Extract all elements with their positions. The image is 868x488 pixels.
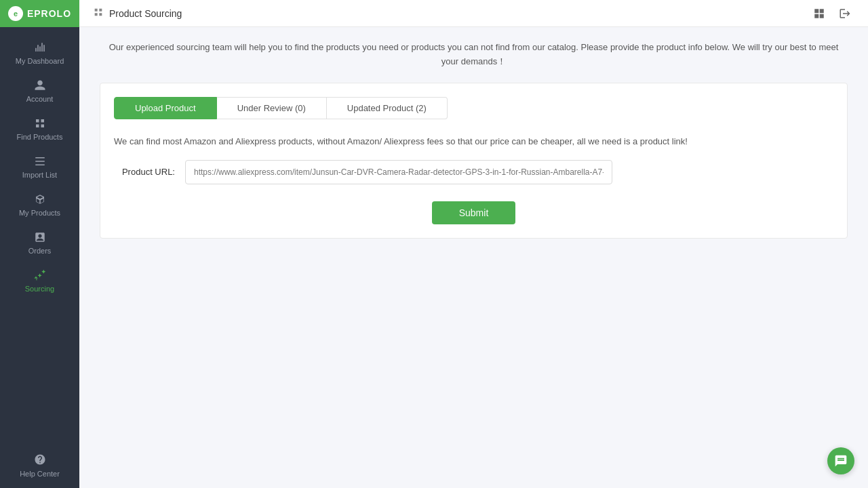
main-content: Product Sourcing Our experienced sourcin…	[79, 0, 868, 488]
list-icon	[33, 155, 47, 168]
help-icon	[34, 453, 46, 467]
sidebar-item-account[interactable]: Account	[0, 72, 79, 110]
sidebar-item-find-products[interactable]: Find Products	[0, 110, 79, 148]
product-url-row: Product URL:	[114, 160, 833, 184]
submit-button[interactable]: Submit	[432, 201, 516, 224]
sidebar: e EPROLO My Dashboard Account Find Produ…	[0, 0, 79, 488]
signout-button[interactable]	[835, 4, 854, 23]
sidebar-item-orders[interactable]: Orders	[0, 224, 79, 262]
sidebar-nav: My Dashboard Account Find Products Impor…	[0, 27, 79, 447]
page-header: Product Sourcing	[79, 0, 868, 27]
tab-upload-product[interactable]: Upload Product	[114, 97, 217, 119]
sidebar-label-account: Account	[26, 95, 54, 103]
sidebar-label-find-products: Find Products	[17, 133, 63, 141]
product-url-label: Product URL:	[114, 167, 175, 177]
header-left: Product Sourcing	[93, 7, 182, 20]
grid-icon	[33, 117, 47, 130]
logo-text: EPROLO	[27, 8, 71, 19]
header-icons	[810, 4, 854, 23]
tab-updated-product[interactable]: Updated Product (2)	[327, 97, 448, 119]
box-icon	[33, 192, 47, 206]
form-hint: We can find most Amazon and Aliexpress p…	[114, 136, 833, 146]
chat-bubble[interactable]	[827, 447, 854, 474]
sidebar-label-dashboard: My Dashboard	[16, 57, 64, 65]
header-grid-icon	[93, 7, 104, 20]
sidebar-label-import-list: Import List	[22, 171, 57, 179]
page-body: Our experienced sourcing team will help …	[79, 27, 868, 488]
grid-view-button[interactable]	[810, 4, 829, 23]
logo[interactable]: e EPROLO	[0, 0, 79, 27]
sidebar-item-sourcing[interactable]: Sourcing	[0, 262, 79, 300]
sidebar-footer-label: Help Center	[20, 470, 60, 478]
sidebar-label-my-products: My Products	[19, 209, 60, 217]
sidebar-label-sourcing: Sourcing	[25, 285, 54, 293]
orders-icon	[33, 230, 47, 244]
logo-icon: e	[8, 6, 23, 21]
sidebar-label-orders: Orders	[28, 247, 52, 255]
chart-icon	[33, 41, 47, 54]
info-banner: Our experienced sourcing team will help …	[100, 41, 848, 69]
sourcing-icon	[33, 268, 47, 282]
sidebar-item-dashboard[interactable]: My Dashboard	[0, 34, 79, 72]
tabs-row: Upload Product Under Review (0) Updated …	[114, 97, 833, 119]
page-title: Product Sourcing	[109, 8, 182, 19]
submit-row: Submit	[114, 201, 833, 224]
sidebar-item-import-list[interactable]: Import List	[0, 148, 79, 186]
product-url-input[interactable]	[185, 160, 612, 184]
sidebar-footer-help[interactable]: Help Center	[0, 447, 79, 488]
user-icon	[33, 79, 47, 92]
sidebar-item-my-products[interactable]: My Products	[0, 186, 79, 224]
tab-under-review[interactable]: Under Review (0)	[217, 97, 327, 119]
sourcing-panel: Upload Product Under Review (0) Updated …	[100, 83, 848, 239]
